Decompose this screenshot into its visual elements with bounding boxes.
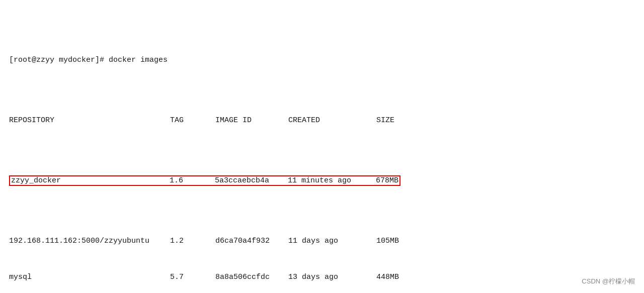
- prompt: [root@zzyy mydocker]#: [9, 56, 104, 64]
- watermark: CSDN @柠檬小帽: [582, 277, 635, 286]
- table-header: REPOSITORYTAGIMAGE IDCREATEDSIZE: [9, 115, 635, 127]
- table-row-zzyy-docker: zzyy_docker1.65a3ccaebcb4a11 minutes ago…: [9, 175, 635, 187]
- table-row-2: 192.168.111.162:5000/zzyyubuntu1.2d6ca70…: [9, 235, 635, 247]
- terminal-window: [root@zzyy mydocker]# docker images REPO…: [0, 0, 644, 293]
- terminal-content: [root@zzyy mydocker]# docker images REPO…: [9, 6, 635, 293]
- table-row-3: mysql5.78a8a506ccfdc13 days ago448MB: [9, 271, 635, 283]
- line-docker-images-cmd: [root@zzyy mydocker]# docker images: [9, 54, 635, 66]
